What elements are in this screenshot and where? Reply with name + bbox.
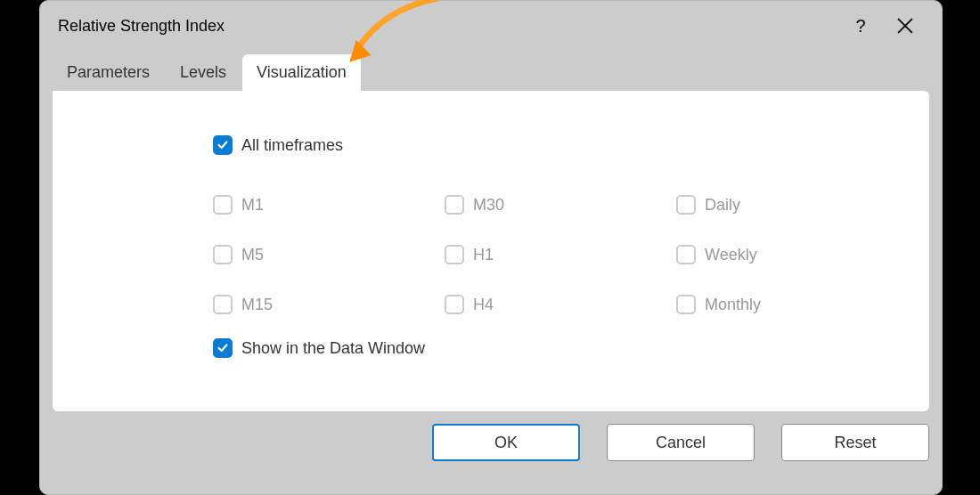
checkbox-m5[interactable]: M5 [213, 230, 445, 280]
checkbox-label: M30 [473, 196, 504, 215]
tab-parameters[interactable]: Parameters [53, 54, 164, 91]
checkbox-box [676, 295, 696, 314]
checkbox-m15[interactable]: M15 [213, 280, 445, 329]
reset-button[interactable]: Reset [781, 424, 929, 461]
checkbox-label: M15 [241, 296, 273, 314]
titlebar: Relative Strength Index ? [40, 1, 942, 51]
checkbox-h1[interactable]: H1 [445, 230, 676, 280]
checkbox-label: Weekly [705, 246, 757, 264]
help-button[interactable]: ? [838, 8, 883, 44]
checkbox-box [445, 295, 464, 314]
tab-content: All timeframes M1 M30 Daily M5 H1 [53, 91, 929, 411]
checkbox-box [676, 245, 696, 264]
checkbox-m1[interactable]: M1 [213, 180, 445, 230]
checkbox-monthly[interactable]: Monthly [676, 280, 908, 329]
checkbox-box [213, 245, 233, 264]
checkbox-box [676, 195, 696, 215]
tab-levels[interactable]: Levels [166, 54, 241, 91]
checkbox-box [213, 295, 233, 314]
checkbox-label: Monthly [705, 296, 761, 314]
checkbox-h4[interactable]: H4 [445, 280, 676, 329]
checkbox-weekly[interactable]: Weekly [676, 230, 908, 280]
dialog-window: Relative Strength Index ? Parameters Lev… [39, 0, 943, 495]
checkbox-label: H4 [473, 296, 494, 314]
tabs: Parameters Levels Visualization [53, 51, 942, 91]
checkbox-box [445, 245, 464, 264]
checkbox-label: M1 [241, 196, 264, 215]
checkbox-label: Show in the Data Window [241, 339, 425, 358]
checkbox-box [213, 338, 233, 358]
checkbox-box [213, 135, 233, 155]
checkbox-daily[interactable]: Daily [676, 180, 908, 230]
check-icon [216, 139, 229, 151]
close-button[interactable] [883, 8, 927, 44]
cancel-button[interactable]: Cancel [607, 424, 755, 461]
ok-button[interactable]: OK [432, 424, 580, 461]
checkbox-box [213, 195, 233, 215]
checkbox-all-timeframes[interactable]: All timeframes [213, 135, 876, 155]
checkbox-label: All timeframes [241, 136, 343, 155]
checkbox-box [445, 195, 464, 215]
checkbox-m30[interactable]: M30 [445, 180, 676, 230]
dialog-title: Relative Strength Index [54, 17, 838, 36]
checkbox-label: H1 [473, 246, 494, 264]
tab-visualization[interactable]: Visualization [242, 54, 361, 91]
checkbox-label: M5 [241, 246, 264, 264]
close-icon [897, 18, 913, 34]
check-icon [216, 342, 229, 354]
button-row: OK Cancel Reset [40, 411, 942, 461]
timeframe-grid: M1 M30 Daily M5 H1 Weekly [213, 180, 876, 329]
checkbox-label: Daily [705, 196, 740, 215]
checkbox-show-data-window[interactable]: Show in the Data Window [213, 338, 876, 358]
